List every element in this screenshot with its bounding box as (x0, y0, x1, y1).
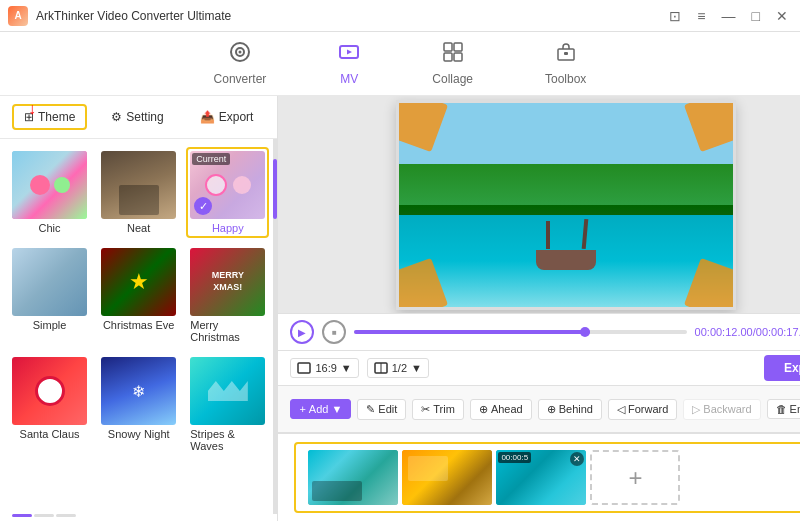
player-controls: ▶ ■ 00:00:12.00/00:00:17.00 🔊 (278, 313, 800, 350)
theme-santa-claus-thumb (12, 357, 87, 425)
arrow-indicator: ↓ (28, 100, 36, 118)
theme-tab[interactable]: ⊞ Theme (12, 104, 87, 130)
theme-stripes-waves[interactable]: Stripes & Waves (186, 353, 269, 456)
dot-2 (34, 514, 54, 517)
dot-3 (56, 514, 76, 517)
add-label: Add (309, 403, 329, 415)
theme-merry-christmas-label: Merry Christmas (190, 319, 265, 343)
clip-2[interactable] (402, 450, 492, 505)
tab-bar: ⊞ Theme ⚙ Setting 📤 Export (0, 96, 277, 139)
theme-chic-thumb (12, 151, 87, 219)
close-btn[interactable]: ✕ (772, 6, 792, 26)
nav-mv[interactable]: MV (322, 33, 376, 94)
window-controls: ⊡ ≡ — □ ✕ (665, 6, 792, 26)
chat-icon[interactable]: ⊡ (665, 6, 685, 26)
menu-icon[interactable]: ≡ (693, 6, 709, 26)
theme-grid-wrapper: Chic Neat Current (0, 139, 277, 514)
add-clip-plus-icon: + (628, 464, 642, 492)
trim-icon: ✂ (421, 403, 430, 416)
backward-button[interactable]: ▷ Backward (683, 399, 760, 420)
resolution-value: 1/2 (392, 362, 407, 374)
main-content: ↓ ⊞ Theme ⚙ Setting 📤 Export (0, 96, 800, 521)
clip-1[interactable] (308, 450, 398, 505)
theme-merry-christmas-thumb: MERRYXMAS! (190, 248, 265, 316)
theme-simple-thumb (12, 248, 87, 316)
trim-button[interactable]: ✂ Trim (412, 399, 464, 420)
behind-button[interactable]: ⊕ Behind (538, 399, 602, 420)
theme-happy[interactable]: Current ✓ Happy (186, 147, 269, 238)
converter-icon (229, 41, 251, 68)
export-button[interactable]: Export (764, 355, 800, 381)
converter-label: Converter (214, 72, 267, 86)
scrollbar-thumb (273, 159, 277, 219)
title-bar: A ArkThinker Video Converter Ultimate ⊡ … (0, 0, 800, 32)
theme-stripes-waves-thumb (190, 357, 265, 425)
ahead-button[interactable]: ⊕ Ahead (470, 399, 532, 420)
aspect-ratio-value: 16:9 (315, 362, 336, 374)
edit-button[interactable]: ✎ Edit (357, 399, 406, 420)
resolution-select[interactable]: 1/2 ▼ (367, 358, 429, 378)
aspect-ratio-select[interactable]: 16:9 ▼ (290, 358, 358, 378)
theme-simple-label: Simple (33, 319, 67, 331)
right-panel: ▶ ■ 00:00:12.00/00:00:17.00 🔊 16:9 ▼ (278, 96, 800, 521)
play-button[interactable]: ▶ (290, 320, 314, 344)
export-tab-icon: 📤 (200, 110, 215, 124)
empty-button[interactable]: 🗑 Empty (767, 399, 800, 419)
current-time: 00:00:12.00 (695, 326, 753, 338)
progress-bar[interactable] (354, 330, 686, 334)
nav-collage[interactable]: Collage (416, 33, 489, 94)
svg-rect-10 (298, 363, 310, 373)
empty-icon: 🗑 (776, 403, 787, 415)
theme-snowy-night-thumb: ❄ (101, 357, 176, 425)
add-clip-button[interactable]: + (590, 450, 680, 505)
theme-chic[interactable]: Chic (8, 147, 91, 238)
collage-icon (442, 41, 464, 68)
bottom-toolbar: + Add ▼ ✎ Edit ✂ Trim ⊕ Ahead ⊕ (278, 385, 800, 433)
minimize-btn[interactable]: — (718, 6, 740, 26)
app-icon: A (8, 6, 28, 26)
theme-christmas-eve[interactable]: ★ Christmas Eve (97, 244, 180, 347)
setting-tab[interactable]: ⚙ Setting (99, 104, 175, 130)
export-tab[interactable]: 📤 Export (188, 104, 266, 130)
scrollbar[interactable] (273, 139, 277, 514)
stop-button[interactable]: ■ (322, 320, 346, 344)
svg-rect-9 (564, 52, 568, 55)
theme-chic-label: Chic (39, 222, 61, 234)
forward-button[interactable]: ◁ Forward (608, 399, 677, 420)
progress-fill (354, 330, 590, 334)
mv-label: MV (340, 72, 358, 86)
maximize-btn[interactable]: □ (748, 6, 764, 26)
mv-icon (338, 41, 360, 68)
backward-icon: ▷ (692, 403, 700, 416)
trim-label: Trim (433, 403, 455, 415)
progress-dot (580, 327, 590, 337)
edit-icon: ✎ (366, 403, 375, 416)
theme-simple[interactable]: Simple (8, 244, 91, 347)
total-time: 00:00:17.00 (756, 326, 800, 338)
theme-stripes-waves-label: Stripes & Waves (190, 428, 265, 452)
svg-rect-6 (444, 53, 452, 61)
theme-merry-christmas[interactable]: MERRYXMAS! Merry Christmas (186, 244, 269, 347)
backward-label: Backward (703, 403, 751, 415)
resolution-dropdown-icon: ▼ (411, 362, 422, 374)
add-button[interactable]: + Add ▼ (290, 399, 351, 419)
svg-point-2 (238, 51, 241, 54)
theme-neat[interactable]: Neat (97, 147, 180, 238)
sub-tab-indicator (0, 514, 277, 521)
forward-icon: ◁ (617, 403, 625, 416)
nav-bar: Converter MV Collage (0, 32, 800, 96)
theme-snowy-night[interactable]: ❄ Snowy Night (97, 353, 180, 456)
clip-3[interactable]: 00:00:5 ✕ (496, 450, 586, 505)
nav-toolbox[interactable]: Toolbox (529, 33, 602, 94)
empty-label: Empty (790, 403, 800, 415)
theme-santa-claus[interactable]: Santa Claus (8, 353, 91, 456)
setting-tab-label: Setting (126, 110, 163, 124)
left-panel: ↓ ⊞ Theme ⚙ Setting 📤 Export (0, 96, 278, 521)
toolbox-label: Toolbox (545, 72, 586, 86)
theme-christmas-eve-label: Christmas Eve (103, 319, 175, 331)
resolution-icon (374, 361, 388, 375)
dot-1 (12, 514, 32, 517)
nav-converter[interactable]: Converter (198, 33, 283, 94)
add-dropdown: ▼ (331, 403, 342, 415)
theme-happy-thumb: Current ✓ (190, 151, 265, 219)
